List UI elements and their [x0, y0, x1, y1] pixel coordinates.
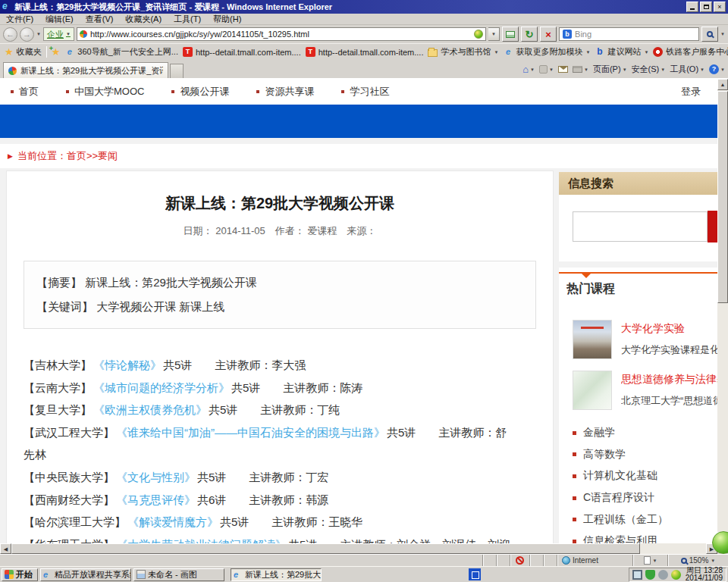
home-button[interactable]: ⌂▼ — [522, 64, 535, 75]
list-item[interactable]: 金融学 — [573, 422, 717, 444]
featured-course[interactable]: 大学化学实验 大学化学实验课程是化 — [573, 320, 717, 359]
featured-course-title[interactable]: 思想道德修养与法律基 — [621, 373, 717, 386]
list-item[interactable]: 计算机文化基础 — [573, 465, 717, 487]
start-button[interactable]: 开始 — [2, 568, 38, 581]
featured-course-title[interactable]: 大学化学实验 — [621, 322, 717, 336]
vertical-scroll-thumb[interactable] — [717, 91, 728, 303]
scroll-left-arrow[interactable]: ◀ — [0, 543, 11, 554]
taskbar-task-3-active[interactable]: e新课上线：第29批大学... — [231, 568, 322, 581]
taskbar-task-2[interactable]: 未命名 - 画图 — [133, 568, 224, 581]
nav-shared-resources[interactable]: 资源共享课 — [256, 85, 314, 99]
breadcrumb[interactable]: ▶ 当前位置：首页>>要闻 — [0, 144, 717, 168]
course-link[interactable]: 《文化与性别》 — [116, 471, 196, 483]
close-button[interactable]: × — [714, 2, 726, 12]
list-item[interactable]: 高等数学 — [573, 444, 717, 466]
window-titlebar[interactable]: e 新课上线：第29批大学视频公开课_资讯详细页 - 爱课程 - Windows… — [0, 0, 728, 14]
print-button[interactable]: ▼ — [573, 66, 588, 73]
compatibility-view-button[interactable] — [502, 27, 519, 42]
favorites-item[interactable]: b建议网站▼ — [595, 46, 648, 58]
scroll-up-arrow[interactable]: ▲ — [717, 79, 728, 90]
browser-tab[interactable]: 新课上线：第29批大学视频公开课_资讯详细页 -... — [3, 62, 168, 78]
refresh-icon: ↻ — [526, 29, 534, 40]
back-button[interactable]: ← — [3, 27, 17, 42]
course-row: 【哈尔滨理工大学】《解读爱情魔方》共5讲 主讲教师：王晓华 — [24, 511, 536, 534]
new-tab-button[interactable] — [170, 64, 184, 78]
sidebar-search-button[interactable] — [708, 211, 717, 242]
featured-course[interactable]: 思想道德修养与法律基 北京理工大学“思想道德 — [573, 371, 717, 410]
login-link[interactable]: 登录 — [681, 85, 701, 99]
network-tray-icon[interactable] — [632, 570, 642, 580]
history-dropdown-icon[interactable]: ▼ — [36, 32, 41, 36]
course-link[interactable]: 《悖论解秘》 — [93, 358, 162, 371]
zoom-control[interactable]: 150%▼ — [667, 555, 728, 566]
protected-mode-button[interactable]: ▼ — [632, 555, 667, 566]
favorites-item[interactable]: Thttp--detail.tmall.com-item.... — [306, 47, 424, 57]
course-link[interactable]: 《解读爱情魔方》 — [127, 515, 218, 528]
search-button[interactable] — [701, 27, 718, 42]
antivirus-tray-icon[interactable] — [645, 570, 655, 580]
input-method-icon[interactable] — [469, 568, 481, 580]
taskbar-clock[interactable]: 周日 13:28 2014/11/09 — [684, 567, 723, 582]
nav-home[interactable]: 首页 — [11, 85, 39, 99]
menu-help[interactable]: 帮助(H) — [213, 14, 241, 25]
nav-open-video-courses[interactable]: 视频公开课 — [171, 85, 229, 99]
zone-selector[interactable]: 企业▼ — [43, 27, 74, 41]
safety-ball-tray-icon[interactable] — [671, 570, 681, 580]
vertical-scrollbar[interactable]: ▲ ▼ — [717, 79, 728, 543]
feeds-button[interactable]: ▼ — [539, 65, 554, 74]
search-options-dropdown-icon[interactable]: ▼ — [720, 32, 725, 36]
address-input[interactable]: http://www.icourses.cn/gjjpkc/sy/yw/2014… — [77, 27, 486, 41]
popup-blocked-indicator[interactable] — [510, 555, 529, 566]
favorites-item[interactable]: e获取更多附加模块▼ — [503, 46, 590, 58]
menu-favorites[interactable]: 收藏夹(A) — [125, 14, 162, 25]
help-button[interactable]: ?▼ — [709, 64, 725, 74]
course-thumbnail[interactable] — [573, 371, 612, 410]
info-search-section: 信息搜索 — [559, 172, 717, 261]
list-item[interactable]: C语言程序设计 — [573, 487, 717, 509]
favorites-item[interactable]: 铁路客户服务中心 — [653, 46, 728, 58]
search-input[interactable]: b Bing — [559, 27, 699, 41]
nav-mooc[interactable]: 中国大学MOOC — [66, 85, 144, 99]
info-search-title: 信息搜索 — [559, 172, 717, 195]
security-zone[interactable]: Internet — [557, 555, 632, 566]
scroll-track[interactable] — [640, 543, 706, 554]
chevron-down-icon: ▼ — [66, 32, 71, 36]
favorites-folder[interactable]: 学术与图书馆▼ — [428, 46, 498, 58]
menu-file[interactable]: 文件(F) — [6, 14, 33, 25]
mail-button[interactable] — [558, 66, 568, 73]
menu-edit[interactable]: 编辑(E) — [46, 14, 74, 25]
status-segment — [529, 555, 543, 566]
horizontal-scrollbar[interactable]: ◀ ▶ — [0, 543, 717, 554]
add-favorite-button[interactable]: ★ — [52, 46, 61, 58]
safety-menu-button[interactable]: 安全(S)▼ — [632, 64, 666, 75]
restore-button[interactable] — [700, 2, 712, 12]
tools-menu-button[interactable]: 工具(O)▼ — [670, 64, 704, 75]
taskbar-task-1[interactable]: e精品开放课程共享系统... — [40, 568, 131, 581]
site-safety-icon[interactable] — [474, 30, 483, 39]
forward-button[interactable]: → — [20, 27, 34, 42]
course-link[interactable]: 《欧洲主权债券危机》 — [93, 403, 207, 416]
favorites-item[interactable]: Thttp--detail.tmall.com-item.... — [183, 47, 301, 57]
minimize-button[interactable] — [686, 2, 698, 12]
address-dropdown-button[interactable]: ▼ — [488, 27, 500, 41]
course-link[interactable]: 《马克思评传》 — [116, 493, 196, 506]
page-menu-button[interactable]: 页面(P)▼ — [593, 64, 627, 75]
menu-tools[interactable]: 工具(T) — [174, 14, 201, 25]
horizontal-scroll-thumb[interactable] — [11, 543, 640, 554]
favorites-panel-button[interactable]: ★收藏夹 — [5, 46, 42, 58]
nav-learning-community[interactable]: 学习社区 — [341, 85, 389, 99]
bullet-icon — [573, 431, 576, 435]
course-link[interactable]: 《城市问题的经济学分析》 — [93, 381, 230, 394]
course-thumbnail[interactable] — [573, 320, 612, 359]
menu-view[interactable]: 查看(V) — [86, 14, 114, 25]
refresh-button[interactable]: ↻ — [521, 27, 538, 42]
compatibility-icon — [506, 31, 515, 38]
list-item[interactable]: 工程训练（金工） — [573, 508, 717, 530]
tmall-icon: T — [306, 47, 315, 57]
stop-button[interactable]: × — [540, 27, 557, 42]
tray-icon[interactable] — [658, 570, 668, 580]
course-link[interactable]: 《谁来给中国“加油”——中国石油安全的困境与出路》 — [116, 426, 385, 439]
sidebar-search-input[interactable] — [573, 211, 708, 242]
favorites-item[interactable]: e360导航_新一代安全上网... — [64, 46, 178, 58]
favorites-bar: ★收藏夹 ★ e360导航_新一代安全上网... Thttp--detail.t… — [0, 43, 728, 60]
